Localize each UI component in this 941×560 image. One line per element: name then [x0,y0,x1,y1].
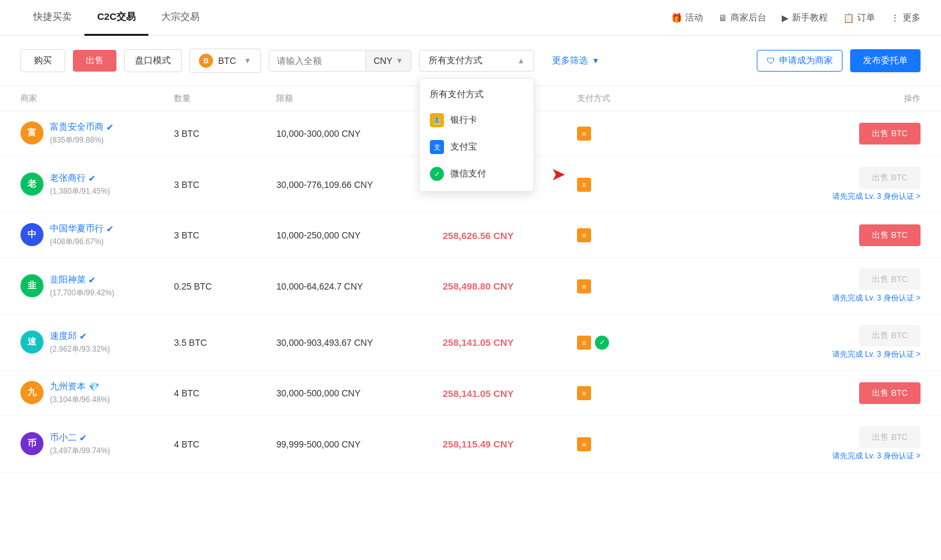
sell-btc-button-disabled[interactable]: 出售 BTC [859,426,921,448]
action-wrapper: 出售 BTC 请先完成 Lv. 3 身份认证 > [660,167,921,202]
top-nav: 快捷买卖 C2C交易 大宗交易 🎁 活动 🖥 商家后台 ▶ 新手教程 📋 订单 … [0,0,941,36]
limit-col: 10,000-64,624.7 CNY [276,281,443,292]
merchant-avatar: 富 [20,121,43,144]
mode-button[interactable]: 盘口模式 [124,49,182,72]
sell-btc-button-disabled[interactable]: 出售 BTC [859,325,921,346]
more-filter[interactable]: 更多筛选 ▼ [547,50,605,72]
payment-select-wrap: 所有支付方式 ▲ 所有支付方式 🏦 银行卡 支 支付宝 ✓ 微信支付 ➤ [419,50,534,72]
limit-col: 99,999-500,000 CNY [276,439,443,449]
limit-col: 30,000-776,109.66 CNY [276,180,443,190]
verified-icon: ✔ [88,173,96,183]
tab-c2c[interactable]: C2C交易 [84,0,148,36]
price-col: 258,115.49 CNY [443,439,577,449]
buy-button[interactable]: 购买 [20,49,65,72]
btc-icon: B [199,54,213,68]
sell-btc-button[interactable]: 出售 BTC [859,224,921,246]
currency-arrow: ▼ [395,56,403,65]
nav-orders[interactable]: 📋 订单 [843,12,875,24]
merchant-name-text: 币小二 [50,432,77,444]
merchant-details: 富贵安全币商 ✔ (835单/99.88%) [50,121,114,146]
tab-quick[interactable]: 快捷买卖 [20,0,84,36]
dropdown-item-wechat[interactable]: ✓ 微信支付 ➤ [420,160,534,187]
toolbar: 购买 出售 盘口模式 B BTC ▼ CNY ▼ 所有支付方式 ▲ 所有支付方式… [0,36,941,86]
payment-icons-col: ≡ [577,228,660,242]
post-order-button[interactable]: 发布委托单 [850,49,921,72]
merchant-avatar: 韭 [20,274,43,297]
dropdown-item-all[interactable]: 所有支付方式 [420,82,534,107]
merchant-stats: (3,497单/99.74%) [50,446,110,456]
merchant-name-text: 九州资本 [50,381,86,393]
merchant-details: 中国华夏币行 ✔ (408单/96.67%) [50,223,114,247]
merchant-name-text: 韭阳神菜 [50,274,86,286]
currency-select[interactable]: CNY ▼ [365,51,411,71]
col-quantity: 数量 [174,93,276,104]
verified-icon: ✔ [106,122,114,132]
alipay-payment-icon: 支 [430,140,444,154]
merchant-info: 币 币小二 ✔ (3,497单/99.74%) [20,432,174,456]
verified-icon: ✔ [79,433,87,443]
merchant-icon: 🖥 [718,13,727,23]
merchant-info: 富 富贵安全币商 ✔ (835单/99.88%) [20,121,174,146]
coin-dropdown-arrow: ▼ [244,56,251,65]
table-row: 速 速度邱 ✔ (2,962单/93.32%) 3.5 BTC 30,000-9… [0,315,941,371]
merchant-avatar: 老 [20,173,43,196]
quantity-col: 4 BTC [174,388,276,398]
filter-arrow: ▼ [592,56,599,65]
quantity-col: 3 BTC [174,180,276,190]
merchant-avatar: 九 [20,381,43,404]
payment-icons-col: ≡ [577,178,660,192]
sell-btc-button[interactable]: 出售 BTC [859,123,921,144]
action-wrapper: 出售 BTC 请先完成 Lv. 3 身份认证 > [660,426,921,462]
sell-btc-button-disabled[interactable]: 出售 BTC [859,268,921,290]
merchant-details: 速度邱 ✔ (2,962单/93.32%) [50,331,110,355]
verify-tip[interactable]: 请先完成 Lv. 3 身份认证 > [832,349,921,360]
more-icon: ⋮ [890,13,899,23]
payment-icons-col: ≡✓ [577,336,660,350]
tab-block[interactable]: 大宗交易 [148,0,212,36]
col-limit: 限额 [276,93,443,104]
merchant-name: 九州资本 💎 [50,381,110,393]
bank-payment-icon: 🏦 [430,113,444,127]
verify-tip[interactable]: 请先完成 Lv. 3 身份认证 > [832,191,921,202]
nav-merchant-backend[interactable]: 🖥 商家后台 [718,12,766,24]
nav-more[interactable]: ⋮ 更多 [890,12,921,24]
dropdown-item-bank[interactable]: 🏦 银行卡 [420,107,534,134]
amount-input-wrap: CNY ▼ [269,50,411,72]
bank-pay-icon: ≡ [577,279,591,293]
amount-input[interactable] [269,51,365,71]
action-wrapper: 出售 BTC [660,224,921,246]
red-arrow-indicator: ➤ [551,164,565,185]
merchant-info: 速 速度邱 ✔ (2,962单/93.32%) [20,331,174,355]
orders-icon: 📋 [843,13,854,23]
col-merchant: 商家 [20,93,174,104]
coin-select[interactable]: B BTC ▼ [189,49,261,73]
quantity-col: 3.5 BTC [174,338,276,348]
col-action: 操作 [660,93,921,104]
bank-pay-icon: ≡ [577,386,591,400]
merchant-name-text: 富贵安全币商 [50,121,104,133]
merchant-details: 韭阳神菜 ✔ (17,700单/99.42%) [50,274,115,299]
verify-tip[interactable]: 请先完成 Lv. 3 身份认证 > [832,293,921,304]
table-row: 韭 韭阳神菜 ✔ (17,700单/99.42%) 0.25 BTC 10,00… [0,258,941,315]
shield-icon: 🛡 [766,56,775,66]
merchant-details: 币小二 ✔ (3,497单/99.74%) [50,432,110,456]
merchant-name: 富贵安全币商 ✔ [50,121,114,133]
nav-tabs: 快捷买卖 C2C交易 大宗交易 [20,0,212,36]
sell-btc-button-disabled[interactable]: 出售 BTC [859,167,921,189]
action-col: 出售 BTC 请先完成 Lv. 3 身份认证 > [832,426,921,462]
sell-btc-button[interactable]: 出售 BTC [859,382,921,404]
merchant-stats: (17,700单/99.42%) [50,288,115,299]
apply-merchant-btn[interactable]: 🛡 申请成为商家 [757,50,842,72]
merchant-info: 老 老张商行 ✔ (1,380单/91.45%) [20,173,174,197]
nav-tutorial[interactable]: ▶ 新手教程 [782,12,828,24]
vip-icon: 💎 [88,382,99,392]
sell-button[interactable]: 出售 [73,50,116,72]
quantity-col: 3 BTC [174,230,276,240]
quantity-col: 0.25 BTC [174,281,276,292]
verify-tip[interactable]: 请先完成 Lv. 3 身份认证 > [832,451,921,462]
merchant-name: 韭阳神菜 ✔ [50,274,115,286]
dropdown-item-alipay[interactable]: 支 支付宝 [420,134,534,160]
nav-activity[interactable]: 🎁 活动 [671,12,703,24]
action-wrapper: 出售 BTC 请先完成 Lv. 3 身份认证 > [660,325,921,360]
payment-select[interactable]: 所有支付方式 ▲ [419,50,534,72]
